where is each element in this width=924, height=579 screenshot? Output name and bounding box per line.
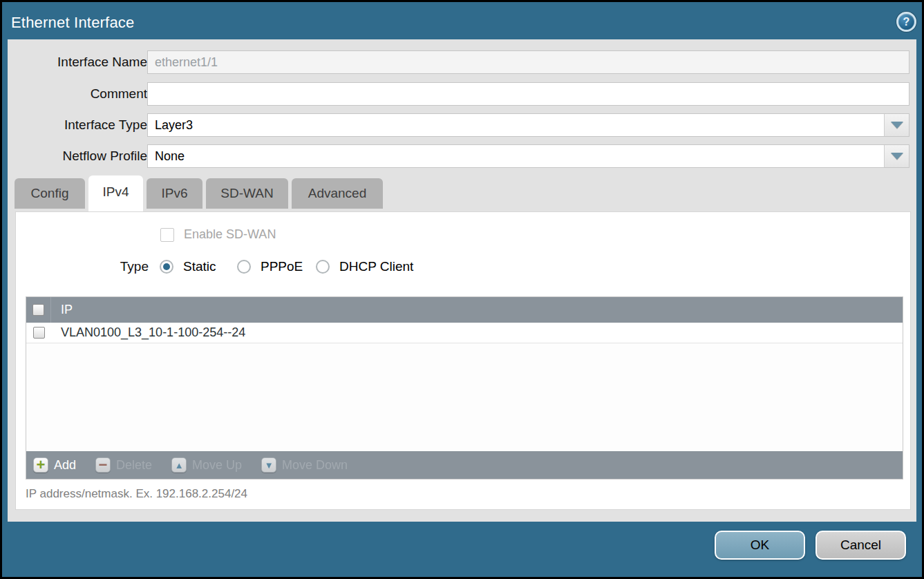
add-button[interactable]: + Add (33, 457, 76, 473)
add-button-label: Add (54, 458, 76, 473)
netflow-profile-label: Netflow Profile (15, 144, 147, 168)
select-all-checkbox[interactable] (32, 304, 44, 316)
radio-static[interactable]: Static (160, 257, 216, 276)
netflow-profile-select[interactable]: None (147, 144, 909, 168)
help-icon[interactable]: ? (896, 12, 916, 32)
row-checkbox[interactable] (33, 327, 45, 339)
radio-static-label: Static (183, 259, 216, 274)
tab-ipv4[interactable]: IPv4 (88, 175, 143, 211)
tab-sdwan[interactable]: SD-WAN (206, 178, 288, 209)
move-down-button: ▼ Move Down (261, 457, 348, 473)
dialog-title: Ethernet Interface (11, 14, 134, 32)
ip-row-value: VLAN0100_L3_10-1-100-254--24 (61, 325, 245, 340)
ok-button[interactable]: OK (715, 531, 805, 560)
tab-advanced[interactable]: Advanced (292, 178, 383, 209)
chevron-down-icon (891, 153, 903, 160)
dialog-body: Interface Name Comment Interface Type La… (8, 39, 916, 522)
type-label: Type (16, 257, 149, 276)
table-toolbar: + Add − Delete ▲ Move Up ▼ (26, 451, 903, 479)
row-checkbox-cell (26, 327, 51, 339)
ip-format-hint: IP address/netmask. Ex. 192.168.2.254/24 (26, 487, 247, 501)
netflow-profile-dropdown-button[interactable] (884, 145, 909, 167)
arrow-up-icon: ▲ (171, 457, 187, 473)
ipv4-panel: Enable SD-WAN Type Static PPPoE DHCP Cli… (15, 211, 911, 510)
table-row[interactable]: VLAN0100_L3_10-1-100-254--24 (26, 323, 903, 343)
enable-sdwan-label: Enable SD-WAN (184, 227, 276, 242)
delete-button: − Delete (95, 457, 152, 473)
enable-sdwan-checkbox (160, 228, 174, 242)
move-up-button: ▲ Move Up (171, 457, 242, 473)
plus-icon: + (33, 457, 48, 473)
interface-name-label: Interface Name (15, 50, 147, 74)
minus-icon: − (95, 457, 111, 473)
header-checkbox-cell (26, 297, 51, 323)
tab-config[interactable]: Config (15, 178, 85, 209)
netflow-profile-value: None (148, 145, 884, 167)
radio-dhcp-client[interactable]: DHCP Client (316, 257, 413, 276)
interface-type-select[interactable]: Layer3 (147, 113, 909, 137)
radio-pppoe-label: PPPoE (261, 259, 303, 274)
comment-input[interactable] (147, 82, 909, 106)
move-up-button-label: Move Up (192, 458, 242, 473)
radio-dhcp-client-icon (316, 260, 330, 274)
ip-column-header: IP (61, 303, 73, 317)
dialog-frame: Ethernet Interface ? Interface Name Comm… (2, 2, 922, 577)
ethernet-interface-dialog: Ethernet Interface ? Interface Name Comm… (0, 0, 924, 579)
arrow-down-icon: ▼ (261, 457, 276, 473)
radio-pppoe[interactable]: PPPoE (237, 257, 303, 276)
chevron-down-icon (891, 122, 903, 129)
radio-static-icon (160, 260, 173, 274)
tab-ipv6[interactable]: IPv6 (147, 178, 202, 209)
interface-type-dropdown-button[interactable] (884, 114, 909, 136)
interface-type-value: Layer3 (148, 114, 884, 136)
interface-type-label: Interface Type (15, 113, 147, 137)
move-down-button-label: Move Down (282, 458, 348, 473)
radio-pppoe-icon (237, 260, 251, 274)
enable-sdwan-row: Enable SD-WAN (160, 227, 276, 242)
cancel-button[interactable]: Cancel (815, 531, 906, 560)
radio-dhcp-client-label: DHCP Client (339, 259, 413, 274)
comment-label: Comment (15, 82, 147, 106)
ip-table: IP VLAN0100_L3_10-1-100-254--24 + Add (26, 296, 903, 480)
interface-name-input (147, 50, 909, 74)
type-row: Type Static PPPoE DHCP Client (16, 257, 910, 276)
delete-button-label: Delete (116, 458, 152, 473)
ip-table-header: IP (26, 297, 903, 323)
